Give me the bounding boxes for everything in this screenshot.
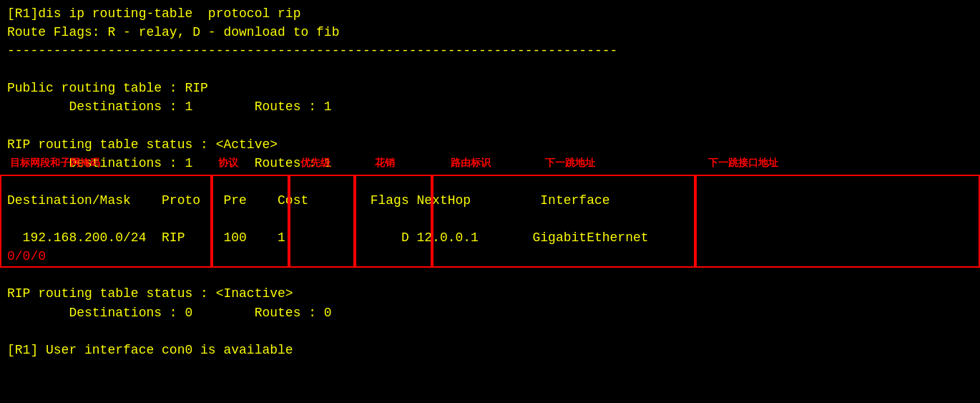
- blank-1: [7, 60, 973, 79]
- blank-3: [7, 173, 973, 191]
- cmd-line: [R1]dis ip routing-table protocol rip: [7, 4, 973, 23]
- terminal: [R1]dis ip routing-table protocol rip Ro…: [0, 0, 980, 403]
- inactive-dest-routes: Destinations : 0 Routes : 0: [7, 304, 973, 322]
- blank-4: [7, 210, 973, 228]
- table-data-row-2: 0/0/0: [7, 247, 973, 266]
- public-table-label: Public routing table : RIP: [7, 79, 973, 97]
- user-interface-line: [R1] User interface con0 is available: [7, 341, 973, 359]
- table-data-row-1: 192.168.200.0/24 RIP 100 1 D 12.0.0.1 Gi…: [7, 228, 973, 247]
- active-dest-routes: Destinations : 1 Routes : 1: [7, 154, 973, 173]
- rip-inactive-status: RIP routing table status : <Inactive>: [7, 284, 973, 303]
- separator-line: ----------------------------------------…: [7, 42, 973, 60]
- blank-5: [7, 266, 973, 284]
- blank-6: [7, 322, 973, 341]
- public-dest-routes: Destinations : 1 Routes : 1: [7, 97, 973, 116]
- route-flags-line: Route Flags: R - relay, D - download to …: [7, 23, 973, 42]
- rip-active-status: RIP routing table status : <Active>: [7, 135, 973, 154]
- blank-2: [7, 117, 973, 135]
- table-header: Destination/Mask Proto Pre Cost Flags Ne…: [7, 191, 973, 210]
